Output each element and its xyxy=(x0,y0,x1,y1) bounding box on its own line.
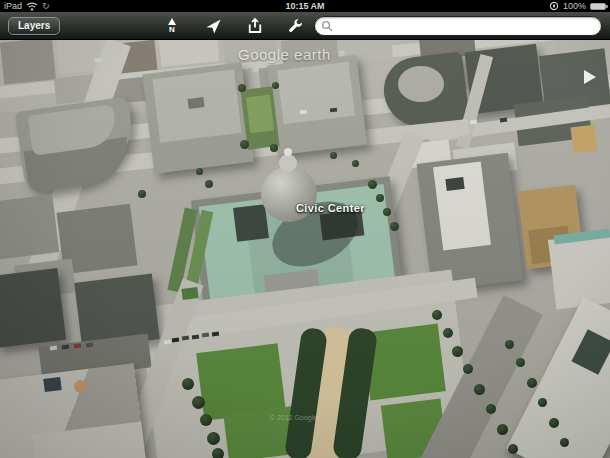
map-shape xyxy=(0,194,59,259)
search-bar xyxy=(314,16,602,36)
tree xyxy=(192,396,205,409)
layers-button[interactable]: Layers xyxy=(8,17,60,35)
map-shape xyxy=(0,268,66,348)
tree xyxy=(330,152,337,159)
tree xyxy=(505,340,514,349)
search-icon xyxy=(321,20,333,32)
tree xyxy=(486,404,496,414)
car xyxy=(86,343,93,348)
car xyxy=(74,344,81,349)
map-shape xyxy=(187,97,204,109)
status-bar: iPad ↻ 10:15 AM 100% xyxy=(0,0,610,12)
tree xyxy=(538,398,547,407)
tree xyxy=(272,82,279,89)
compass-north-label: N xyxy=(169,26,175,34)
car xyxy=(300,110,307,115)
tree xyxy=(474,384,485,395)
map-shape xyxy=(445,177,464,191)
map-shape xyxy=(43,377,61,392)
map-shape xyxy=(246,95,274,134)
tree xyxy=(368,180,377,189)
tree xyxy=(207,432,220,445)
tree xyxy=(549,418,559,428)
search-input[interactable] xyxy=(314,16,602,36)
share-icon[interactable] xyxy=(243,14,267,38)
compass-icon[interactable]: N xyxy=(160,14,184,38)
imagery-copyright: © 2012 Google xyxy=(270,414,317,421)
location-arrow-icon[interactable] xyxy=(201,14,225,38)
map-shape xyxy=(74,380,87,393)
car xyxy=(95,58,102,63)
tree xyxy=(212,448,224,458)
tree xyxy=(527,378,537,388)
car xyxy=(50,346,57,351)
tree xyxy=(452,346,463,357)
car xyxy=(62,345,69,350)
map-shape xyxy=(398,66,444,102)
tree xyxy=(240,140,249,149)
tree xyxy=(508,444,518,454)
tree xyxy=(497,424,508,435)
google-earth-watermark: Google earth xyxy=(238,46,331,63)
tree xyxy=(270,144,278,152)
tree xyxy=(516,358,525,367)
wrench-icon[interactable] xyxy=(284,14,308,38)
tree xyxy=(205,180,213,188)
ipad-screen: iPad ↻ 10:15 AM 100% Layers N xyxy=(0,0,610,458)
tree xyxy=(560,438,569,447)
tree xyxy=(352,160,359,167)
map-shape xyxy=(284,148,292,156)
map-shape xyxy=(433,161,491,250)
courtyard xyxy=(233,204,269,242)
battery-icon xyxy=(590,3,606,10)
civic-center-label: Civic Center xyxy=(296,202,365,214)
map-shape xyxy=(277,62,355,124)
tree xyxy=(182,378,194,390)
tree xyxy=(200,414,212,426)
map-shape xyxy=(571,125,598,154)
car xyxy=(330,108,337,113)
tree xyxy=(196,168,203,175)
toolbar: Layers N xyxy=(0,12,610,40)
play-marker-icon xyxy=(584,70,596,84)
tree xyxy=(383,208,391,216)
tree xyxy=(376,194,384,202)
tree xyxy=(443,328,453,338)
map-3d-view[interactable]: Google earth Civic Center © 2012 Google xyxy=(0,40,610,458)
tree xyxy=(432,310,442,320)
tree xyxy=(463,364,473,374)
tree xyxy=(238,84,246,92)
clock: 10:15 AM xyxy=(0,1,610,11)
tree xyxy=(390,222,399,231)
toolbar-icons: N xyxy=(160,12,308,40)
map-shape xyxy=(279,154,297,172)
map-shape xyxy=(0,40,56,85)
tree xyxy=(138,190,146,198)
map-shape xyxy=(181,287,198,300)
